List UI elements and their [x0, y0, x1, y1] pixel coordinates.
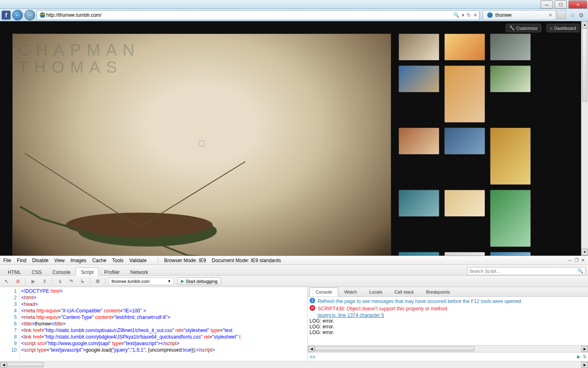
console-tab-watch[interactable]: Watch	[338, 287, 363, 296]
facebook-icon[interactable]: f	[2, 11, 11, 20]
source-code-pane: 12345678910 <!DOCTYPE html><html><head><…	[0, 287, 308, 361]
favorites-icon[interactable]: ☆	[570, 12, 575, 18]
source-code[interactable]: <!DOCTYPE html><html><head><meta http-eq…	[20, 287, 307, 361]
forward-button[interactable]: →	[24, 10, 35, 20]
select-element-icon[interactable]: ↖	[2, 277, 11, 285]
devtools-menu-item[interactable]: Disable	[32, 258, 49, 263]
source-horizontal-scrollbar[interactable]: ◀▶	[0, 361, 588, 368]
url-input[interactable]	[46, 12, 453, 18]
devtools-panel: FileFindDisableViewImagesCacheToolsValid…	[0, 256, 588, 368]
scroll-down-icon[interactable]: ▼	[581, 249, 588, 256]
svg-point-1	[487, 12, 493, 18]
console-tab-locals[interactable]: Locals	[363, 287, 388, 296]
console-multiline-icon[interactable]: ⇅	[583, 354, 586, 359]
tab-close-icon[interactable]: ✕	[548, 12, 552, 18]
window-maximize-button[interactable]: ☐	[555, 0, 567, 9]
window-titlebar: — ☐ ✕	[0, 0, 588, 9]
step-out-icon[interactable]: ↳	[78, 277, 87, 285]
new-tab-button[interactable]	[557, 10, 566, 19]
photo-thumbnail[interactable]	[444, 190, 485, 217]
photo-thumbnail[interactable]	[490, 128, 531, 185]
step-into-icon[interactable]: ↴	[56, 277, 64, 285]
tools-gear-icon[interactable]: ⚙	[579, 12, 584, 18]
pause-icon[interactable]: ⏸	[40, 277, 49, 285]
photo-thumbnail[interactable]	[490, 190, 531, 247]
dropdown-icon[interactable]: ▾	[462, 12, 464, 18]
start-debugging-button[interactable]: ▶ Start debugging	[177, 277, 221, 285]
devtools-close-icon[interactable]: ✕	[581, 258, 585, 263]
main-photo[interactable]: CHAPMAN THOMAS	[12, 34, 391, 256]
page-content: 🔧Customize ⌂Dashboard CHAPMAN THOMAS ▲ ▼	[0, 21, 588, 256]
photo-watermark: CHAPMAN THOMAS	[18, 41, 140, 76]
devtools-menu-item[interactable]: Cache	[92, 258, 107, 263]
search-script-box[interactable]: 🔍	[467, 267, 586, 275]
clear-icon[interactable]: ⊘	[14, 277, 22, 285]
search-icon[interactable]: 🔍	[577, 268, 584, 274]
photo-thumbnail[interactable]	[490, 65, 531, 92]
devtools-menu-item[interactable]: Find	[17, 258, 26, 263]
browser-mode-value[interactable]: IE9	[199, 258, 206, 263]
devtools-menu-item[interactable]: Validate	[129, 258, 147, 263]
console-input-row: >> ▶ ⇅	[308, 352, 588, 361]
devtools-toolbar: ↖ ⊘ ▶ ⏸ ↴ ↷ ↳ ⚙ thomee.tumblr.com ▼ ▶ St…	[0, 276, 588, 287]
photo-thumbnail[interactable]	[399, 34, 439, 61]
customize-button[interactable]: 🔧Customize	[506, 24, 541, 32]
window-minimize-button[interactable]: —	[541, 0, 553, 9]
console-horizontal-scrollbar[interactable]: ◀▶	[308, 345, 588, 352]
console-tab-console[interactable]: Console	[310, 287, 338, 296]
photo-thumbnail[interactable]	[399, 65, 439, 92]
browser-tab[interactable]: thomee ✕	[483, 10, 556, 20]
back-button[interactable]: ←	[12, 10, 23, 20]
photo-thumbnail[interactable]	[444, 34, 485, 61]
stop-icon[interactable]: ✕	[473, 12, 477, 18]
photo-thumbnail[interactable]	[399, 190, 439, 217]
line-number-gutter: 12345678910	[0, 287, 20, 361]
photo-thumbnail[interactable]	[490, 34, 531, 61]
address-bar[interactable]: 🔍 ▾ ↻ ✕	[37, 10, 479, 20]
dashboard-button[interactable]: ⌂Dashboard	[546, 24, 580, 32]
devtools-menubar: FileFindDisableViewImagesCacheToolsValid…	[0, 256, 588, 265]
search-icon[interactable]: 🔍	[453, 12, 459, 18]
wrench-icon: 🔧	[509, 25, 515, 31]
configuration-icon[interactable]: ⚙	[94, 277, 102, 285]
script-file-dropdown[interactable]: thomee.tumblr.com ▼	[109, 278, 174, 285]
document-mode-value[interactable]: IE9 standards	[251, 258, 281, 263]
console-log-line: LOG: error.	[310, 330, 586, 335]
tab-title: thomee	[495, 12, 512, 18]
chevron-down-icon: ▼	[167, 279, 171, 283]
photo-thumbnail[interactable]	[444, 252, 485, 256]
error-source-link[interactable]: jquery.js, line 1374 character 5	[310, 312, 586, 318]
insect-illustration	[17, 145, 245, 256]
console-output: iRefresh the page to see messages that m…	[308, 297, 588, 345]
photo-thumbnail[interactable]	[444, 128, 485, 155]
window-close-button[interactable]: ✕	[568, 0, 587, 9]
devtools-menu-item[interactable]: View	[54, 258, 65, 263]
devtools-unpin-icon[interactable]: ❐	[575, 258, 579, 263]
refresh-icon[interactable]: ↻	[467, 12, 471, 18]
devtools-minimize-icon[interactable]: —	[568, 258, 572, 263]
photo-thumbnail[interactable]	[399, 128, 439, 155]
search-script-input[interactable]	[469, 269, 577, 274]
scroll-thumb[interactable]	[582, 28, 587, 102]
page-vertical-scrollbar[interactable]: ▲ ▼	[581, 21, 588, 256]
photo-thumbnail[interactable]	[399, 252, 439, 256]
step-over-icon[interactable]: ↷	[67, 277, 75, 285]
devtools-menu-item[interactable]: File	[3, 258, 11, 263]
continue-icon[interactable]: ▶	[29, 277, 37, 285]
photo-thumbnail[interactable]	[444, 65, 485, 123]
scroll-up-icon[interactable]: ▲	[581, 21, 588, 28]
console-log-line: LOG: error.	[310, 324, 586, 330]
photo-thumbnail[interactable]	[490, 252, 531, 256]
devtools-menu-item[interactable]: Tools	[112, 258, 124, 263]
console-pane: ConsoleWatchLocalsCall stackBreakpoints …	[308, 287, 588, 361]
error-icon: ✕	[310, 305, 315, 311]
ie-favicon-icon	[486, 11, 494, 19]
console-tab-breakpoints[interactable]: Breakpoints	[420, 287, 456, 296]
console-run-icon[interactable]: ▶	[577, 354, 580, 359]
console-prompt: >>	[310, 354, 315, 360]
console-tab-call-stack[interactable]: Call stack	[388, 287, 420, 296]
console-input[interactable]	[317, 354, 575, 360]
devtools-tab-strip: HTMLCSSConsoleScriptProfilerNetwork 🔍	[0, 265, 588, 276]
devtools-menu-item[interactable]: Images	[71, 258, 87, 263]
info-icon: i	[310, 298, 315, 303]
